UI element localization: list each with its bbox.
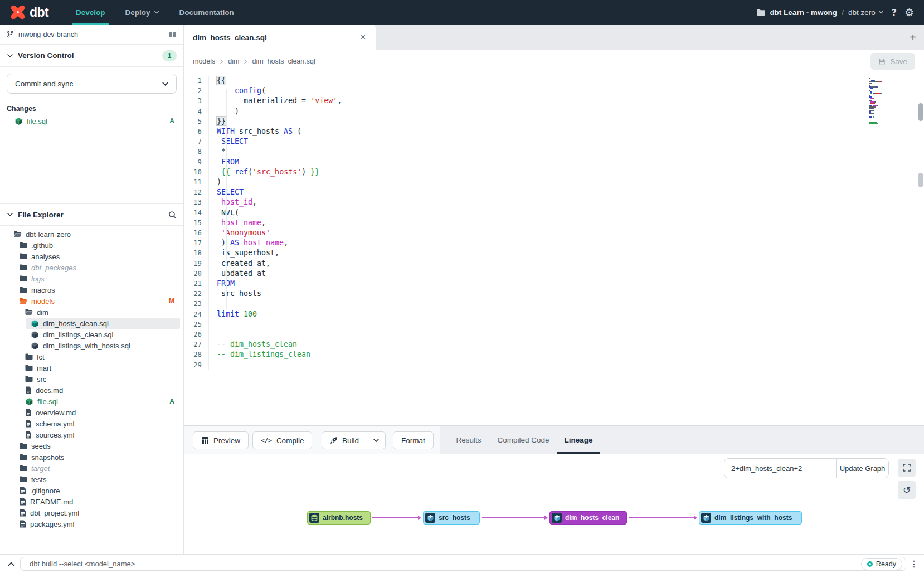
code-line[interactable]: 5}} [184,116,924,127]
nav-item-documentation[interactable]: Documentation [172,0,242,25]
panel-tab-results[interactable]: Results [456,426,481,454]
code-line[interactable]: 3 materialized = 'view', [184,96,924,106]
build-options-caret[interactable] [367,432,385,449]
tree-item-target[interactable]: target [0,463,183,474]
tree-item-.github[interactable]: .github [0,240,183,251]
code-line[interactable]: 20 updated_at [184,269,924,279]
code-line[interactable]: 26 [184,329,924,339]
environment-selector[interactable]: dbt zero [848,8,884,17]
code-line[interactable]: 17 ) AS host_name, [184,238,924,248]
code-line[interactable]: 29 [184,360,924,370]
tree-item-docs.md[interactable]: docs.md [0,385,183,396]
search-icon[interactable] [168,211,177,219]
tree-item-dim_listings_clean.sql[interactable]: dim_listings_clean.sql [0,329,183,340]
build-button[interactable]: Build [322,431,386,449]
code-line[interactable]: 18 is_superhost, [184,248,924,258]
fullscreen-button[interactable] [898,459,916,477]
tree-item-macros[interactable]: macros [0,284,183,295]
lineage-node-dim_listings_with_hosts[interactable]: dim_listings_with_hosts [699,511,802,525]
kebab-menu-icon[interactable]: ⋮ [910,559,918,569]
new-tab-button[interactable]: + [910,25,916,50]
tree-item-.gitignore[interactable]: .gitignore [0,485,183,496]
format-button[interactable]: Format [393,431,434,449]
nav-item-develop[interactable]: Develop [68,0,113,25]
account-switcher[interactable]: dbt Learn - mwong / dbt zero [757,8,883,17]
tree-item-fct[interactable]: fct [0,351,183,362]
changed-file-row[interactable]: file.sql A [0,115,183,127]
code-line[interactable]: 16 'Anonymous' [184,228,924,238]
update-graph-button[interactable]: Update Graph [836,459,888,478]
scrollbar-thumb[interactable] [918,173,923,187]
compile-button[interactable]: </>Compile [252,431,312,449]
tree-item-dim[interactable]: dim [0,307,183,318]
close-icon[interactable]: × [359,32,367,42]
lineage-selector-input[interactable] [724,459,836,478]
gear-icon[interactable]: ⚙ [904,6,914,18]
dbt-logo[interactable]: dbt [0,4,56,20]
tree-item-snapshots[interactable]: snapshots [0,451,183,463]
code-line[interactable]: 6WITH src_hosts AS ( [184,127,924,137]
code-editor[interactable]: 1{{2 config(3 materialized = 'view',4 )5… [184,72,924,425]
code-line[interactable]: 4 ) [184,106,924,116]
tree-item-mart[interactable]: mart [0,362,183,373]
preview-button[interactable]: Preview [193,431,249,449]
nav-item-deploy[interactable]: Deploy [118,0,167,25]
line-number: 18 [184,248,208,258]
code-line[interactable]: 25 [184,319,924,329]
split-view-icon[interactable] [168,31,177,38]
code-line[interactable]: 24limit 100 [184,309,924,319]
tree-item-overview.md[interactable]: overview.md [0,407,183,418]
scrollbar-thumb[interactable] [918,103,923,121]
save-button[interactable]: Save [870,53,915,70]
tree-item-packages.yml[interactable]: packages.yml [0,518,183,530]
chevron-up-icon[interactable] [7,560,15,568]
version-control-header[interactable]: Version Control 1 [0,45,183,67]
code-line[interactable]: 27-- dim_hosts_clean [184,339,924,349]
code-line[interactable]: 1{{ [184,76,924,86]
code-line[interactable]: 10 {{ ref('src_hosts') }} [184,167,924,177]
code-line[interactable]: 8 * [184,147,924,157]
tree-item-dbt_packages[interactable]: dbt_packages [0,262,183,273]
code-line[interactable]: 11) [184,177,924,187]
code-line[interactable]: 14 NVL( [184,208,924,218]
lineage-node-src_hosts[interactable]: src_hosts [423,511,480,525]
tree-item-README.md[interactable]: README.md [0,496,183,507]
code-line[interactable]: 2 config( [184,86,924,96]
tree-item-schema.yml[interactable]: schema.yml [0,418,183,429]
tree-item-models[interactable]: models M [0,295,183,307]
tree-item-dim_hosts_clean.sql[interactable]: dim_hosts_clean.sql [0,318,183,329]
code-line[interactable]: 23 [184,299,924,309]
tree-item-src[interactable]: src [0,373,183,385]
code-line[interactable]: 7 SELECT [184,137,924,147]
code-line[interactable]: 21FROM [184,279,924,289]
tree-item-dim_listings_with_hosts.sql[interactable]: dim_listings_with_hosts.sql [0,340,183,351]
lineage-node-dim_hosts_clean[interactable]: dim_hosts_clean [549,511,627,525]
help-icon[interactable]: ? [892,7,897,18]
commit-options-caret[interactable] [154,74,176,93]
commit-and-sync-button[interactable]: Commit and sync [7,74,177,94]
code-line[interactable]: 9 FROM [184,157,924,167]
file-explorer-header[interactable]: File Explorer [0,203,183,226]
tree-item-dbt_project.yml[interactable]: dbt_project.yml [0,507,183,518]
tree-item-seeds[interactable]: seeds [0,440,183,451]
code-line[interactable]: 12SELECT [184,187,924,197]
editor-tab[interactable]: dim_hosts_clean.sql × [184,25,376,50]
tree-item-file.sql[interactable]: file.sql A [0,396,183,407]
tree-item-sources.yml[interactable]: sources.yml [0,429,183,440]
panel-tab-lineage[interactable]: Lineage [564,426,592,454]
minimap[interactable] [869,78,910,127]
panel-tab-compiled-code[interactable]: Compiled Code [497,426,549,454]
tree-item-analyses[interactable]: analyses [0,251,183,262]
command-input[interactable]: dbt build --select <model_name> Ready [20,557,906,571]
tree-item-tests[interactable]: tests [0,474,183,485]
code-line[interactable]: 19 created_at, [184,259,924,269]
code-line[interactable]: 13 host_id, [184,197,924,207]
code-line[interactable]: 28-- dim_listings_clean [184,349,924,360]
lineage-node-airbnb.hosts[interactable]: airbnb.hosts [307,511,371,525]
code-line[interactable]: 15 host_name, [184,218,924,228]
tree-item-dbt-learn-zero[interactable]: dbt-learn-zero [0,229,183,240]
code-line[interactable]: 22 src_hosts [184,289,924,299]
tree-item-logs[interactable]: logs [0,273,183,284]
reset-view-button[interactable]: ↺ [898,481,916,499]
branch-row[interactable]: mwong-dev-branch [0,25,183,45]
